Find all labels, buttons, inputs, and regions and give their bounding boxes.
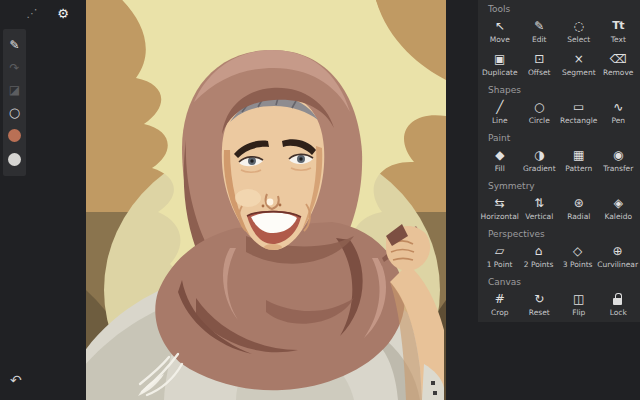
perspective-curvilinear[interactable]: ⊕ Curvilinear [597, 240, 638, 273]
shape-circle[interactable]: ○ Circle [520, 96, 560, 129]
tool-label: Vertical [525, 212, 553, 221]
duplicate-icon: ▣ [494, 52, 505, 66]
circle-icon: ○ [534, 100, 544, 114]
tool-edit[interactable]: ✎ Edit [520, 15, 560, 48]
remove-eraser-icon: ⌫ [610, 52, 627, 66]
layout-toggle-icon[interactable]: ⋰ [24, 5, 40, 21]
text-icon: Tt [612, 19, 624, 33]
paint-gradient[interactable]: ◑ Gradient [520, 144, 560, 177]
secondary-color-swatch[interactable] [8, 153, 21, 166]
move-icon: ↖ [495, 19, 505, 33]
two-points-icon: ⌂ [535, 244, 543, 258]
shape-pen[interactable]: ∿ Pen [599, 96, 639, 129]
perspective-3-points[interactable]: ◇ 3 Points [558, 240, 597, 273]
canvas-flip[interactable]: ◫ Flip [559, 288, 599, 321]
tool-segment[interactable]: × Segment [559, 48, 599, 81]
stroke-ring-icon[interactable]: ○ [9, 107, 20, 119]
tool-select[interactable]: ◌ Select [559, 15, 599, 48]
rectangle-icon: ▭ [573, 100, 584, 114]
shapes-grid: ╱ Line ○ Circle ▭ Rectangle ∿ Pen [478, 96, 640, 129]
tool-label: Remove [603, 68, 633, 77]
tools-panel: Tools ↖ Move ✎ Edit ◌ Select Tt Text ▣ D… [478, 0, 640, 322]
settings-gear-icon[interactable]: ⚙ [55, 5, 71, 21]
left-toolbar: ✎ ↷ ◪ ○ [3, 29, 26, 176]
section-title-canvas: Canvas [478, 273, 640, 288]
tool-label: Lock [610, 308, 627, 317]
tool-label: Crop [491, 308, 509, 317]
tool-move[interactable]: ↖ Move [480, 15, 520, 48]
line-icon: ╱ [496, 100, 503, 114]
eraser-icon[interactable]: ◪ [9, 84, 20, 96]
tool-label: Move [490, 35, 510, 44]
paint-pattern[interactable]: ▦ Pattern [559, 144, 599, 177]
symmetry-radial[interactable]: ⊛ Radial [559, 192, 599, 225]
tool-label: Curvilinear [597, 260, 638, 269]
section-title-perspectives: Perspectives [478, 225, 640, 240]
app-window: ⋰ ⚙ ✎ ↷ ◪ ○ ↶ Tools ↖ Move ✎ Edit ◌ Sele… [0, 0, 640, 400]
select-lasso-icon: ◌ [574, 19, 584, 33]
symmetry-grid: ⇆ Horizontal ⇅ Vertical ⊛ Radial ◈ Kalei… [478, 192, 640, 225]
offset-icon: ⊡ [534, 52, 544, 66]
segment-icon: × [574, 52, 584, 66]
symmetry-kaleido[interactable]: ◈ Kaleido [599, 192, 639, 225]
radial-symmetry-icon: ⊛ [574, 196, 584, 210]
shape-line[interactable]: ╱ Line [480, 96, 520, 129]
kaleido-icon: ◈ [614, 196, 623, 210]
undo-button[interactable]: ↶ [10, 372, 22, 388]
tool-text[interactable]: Tt Text [599, 15, 639, 48]
tool-label: Radial [567, 212, 590, 221]
drawing-canvas[interactable] [86, 0, 446, 400]
section-title-shapes: Shapes [478, 81, 640, 96]
section-title-tools: Tools [478, 0, 640, 15]
pen-curve-icon: ∿ [613, 100, 623, 114]
tool-label: Reset [529, 308, 550, 317]
tool-label: 3 Points [563, 260, 593, 269]
paint-transfer[interactable]: ◉ Transfer [599, 144, 639, 177]
tool-label: Pattern [565, 164, 592, 173]
canvas-grid: # Crop ↻ Reset ◫ Flip Lock [478, 288, 640, 321]
tool-label: Horizontal [481, 212, 519, 221]
tool-label: Text [611, 35, 626, 44]
tool-label: Kaleido [604, 212, 632, 221]
transfer-icon: ◉ [613, 148, 623, 162]
tool-offset[interactable]: ⊡ Offset [520, 48, 560, 81]
tool-label: Duplicate [482, 68, 518, 77]
curvilinear-icon: ⊕ [613, 244, 623, 258]
one-point-icon: ▱ [495, 244, 504, 258]
vertical-symmetry-icon: ⇅ [534, 196, 544, 210]
primary-color-swatch[interactable] [8, 129, 21, 142]
perspectives-grid: ▱ 1 Point ⌂ 2 Points ◇ 3 Points ⊕ Curvil… [478, 240, 640, 273]
tool-label: 1 Point [487, 260, 513, 269]
shape-rectangle[interactable]: ▭ Rectangle [559, 96, 599, 129]
edit-icon: ✎ [534, 19, 544, 33]
flip-icon: ◫ [573, 292, 584, 306]
tool-label: Transfer [603, 164, 633, 173]
artwork-illustration [86, 0, 446, 400]
canvas-reset[interactable]: ↻ Reset [520, 288, 560, 321]
tools-grid: ↖ Move ✎ Edit ◌ Select Tt Text ▣ Duplica… [478, 15, 640, 81]
symmetry-horizontal[interactable]: ⇆ Horizontal [480, 192, 520, 225]
symmetry-vertical[interactable]: ⇅ Vertical [520, 192, 560, 225]
lock-icon [613, 292, 624, 306]
section-title-symmetry: Symmetry [478, 177, 640, 192]
perspective-1-point[interactable]: ▱ 1 Point [480, 240, 519, 273]
tool-label: Gradient [523, 164, 556, 173]
paint-fill[interactable]: ◆ Fill [480, 144, 520, 177]
redo-icon[interactable]: ↷ [9, 62, 19, 74]
section-title-paint: Paint [478, 129, 640, 144]
tool-label: Flip [572, 308, 585, 317]
reset-icon: ↻ [534, 292, 544, 306]
tool-label: Select [567, 35, 590, 44]
canvas-lock[interactable]: Lock [599, 288, 639, 321]
tool-label: 2 Points [524, 260, 554, 269]
brush-tool-icon[interactable]: ✎ [9, 39, 19, 51]
tool-label: Circle [529, 116, 550, 125]
perspective-2-points[interactable]: ⌂ 2 Points [519, 240, 558, 273]
gradient-icon: ◑ [534, 148, 544, 162]
tool-duplicate[interactable]: ▣ Duplicate [480, 48, 520, 81]
canvas-crop[interactable]: # Crop [480, 288, 520, 321]
tool-remove[interactable]: ⌫ Remove [599, 48, 639, 81]
tool-label: Pen [611, 116, 625, 125]
tool-label: Fill [495, 164, 505, 173]
tool-label: Offset [528, 68, 551, 77]
